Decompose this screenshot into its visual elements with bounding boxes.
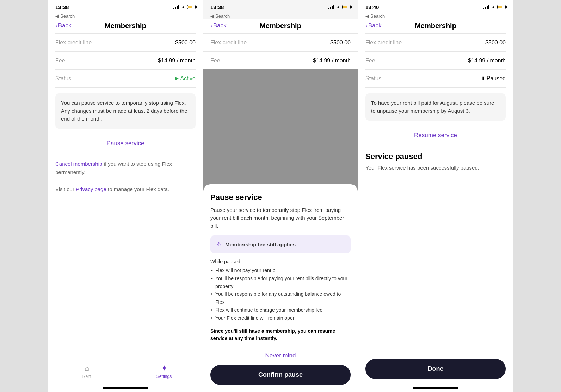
status-icons-1: ▲ [173,5,196,10]
status-active-badge-1: Active [175,75,196,82]
info-row-fee-1: Fee $14.99 / month [48,52,203,69]
divider-3d [365,87,506,88]
status-bar-3: 13:40 ▲ [358,0,513,13]
screen-3: 13:40 ▲ ◀ Search ‹ B [358,0,513,392]
status-time-1: 13:38 [55,4,69,10]
warning-triangle-icon-2: ⚠ [216,240,222,248]
settings-icon-1: ✦ [161,364,167,373]
page-header-2: ‹ Back Membership [203,19,358,33]
resume-service-link-3[interactable]: Resume service [358,126,513,145]
back-button-3[interactable]: ‹ Back [365,22,381,29]
never-mind-link-2[interactable]: Never mind [210,348,351,363]
page-title-2: Membership [260,22,301,30]
privacy-prefix-1: Visit our [55,186,76,192]
nav-search-label-3: Search [370,13,385,19]
bullet-item: You'll be responsible for paying your re… [210,275,351,290]
page-header-1: ‹ Back Membership [48,19,203,33]
home-icon-1: ⌂ [85,364,89,373]
status-time-2: 13:38 [210,4,224,10]
nav-search-1: ◀ Search [48,13,203,19]
page-header-3: ‹ Back Membership [358,19,513,33]
cancel-membership-link-1[interactable]: Cancel membership [55,161,102,167]
confirm-pause-button-2[interactable]: Confirm pause [210,365,351,385]
info-row-fee-3: Fee $14.99 / month [358,52,513,69]
status-paused-text-3: Paused [487,75,506,82]
info-row-fee-2: Fee $14.99 / month [203,52,358,69]
fee-value-1: $14.99 / month [158,57,196,64]
tab-rent-label-1: Rent [82,374,91,379]
status-bar-1: 13:38 ▲ [48,0,203,13]
paused-info-box-3: To have your rent bill paid for August, … [365,93,506,121]
info-row-status-3: Status ⏸ Paused [358,70,513,87]
paused-info-text-3: To have your rent bill paid for August, … [371,100,494,114]
wifi-icon-1: ▲ [181,5,185,10]
modal-sheet-2: Pause service Pause your service to temp… [203,184,358,392]
nav-search-2: ◀ Search [203,13,358,19]
bottom-links-1: Cancel membership if you want to stop us… [48,153,203,197]
done-button-3[interactable]: Done [365,359,506,379]
tab-settings-label-1: Settings [156,374,172,379]
signal-icon-3 [483,5,489,9]
status-time-3: 13:40 [365,4,379,10]
screen-2: 13:38 ▲ ◀ Search ‹ Back [203,0,358,392]
pause-icon-3: ⏸ [480,76,485,81]
info-row-credit-1: Flex credit line $500.00 [48,34,203,51]
modal-bold-text-2: Since you'll still have a membership, yo… [210,327,351,342]
screens-container: 13:38 ▲ ◀ Search ‹ B [0,0,561,392]
privacy-link-1[interactable]: Privacy page [76,186,106,192]
tab-bar-1: ⌂ Rent ✦ Settings [48,361,203,386]
back-label-1: Back [58,22,72,29]
status-bar-2: 13:38 ▲ [203,0,358,13]
back-button-1[interactable]: ‹ Back [55,22,71,29]
wifi-icon-3: ▲ [491,5,495,10]
modal-title-2: Pause service [210,193,351,202]
battery-icon-1 [187,5,196,9]
bullet-item: Flex will not pay your rent bill [210,267,351,274]
signal-icon-2 [328,5,334,9]
service-paused-title-3: Service paused [365,152,506,161]
page-title-1: Membership [105,22,146,30]
screen-1: 13:38 ▲ ◀ Search ‹ B [48,0,203,392]
credit-label-1: Flex credit line [55,39,92,46]
home-indicator-1 [103,387,148,389]
privacy-para: Visit our Privacy page to manage your Fl… [55,185,196,194]
back-button-2[interactable]: ‹ Back [210,22,226,29]
privacy-suffix-1: to manage your Flex data. [108,186,169,192]
info-box-text-1: You can pause service to temporarily sto… [61,100,187,122]
nav-search-label-1: Search [60,13,75,19]
service-paused-section-3: Service paused Your Flex service has bee… [358,145,513,172]
info-row-credit-2: Flex credit line $500.00 [203,34,358,51]
credit-value-1: $500.00 [175,39,196,46]
warning-text-2: Membership fee still applies [225,241,296,247]
battery-icon-2 [342,5,351,9]
tab-rent-1[interactable]: ⌂ Rent [48,364,125,379]
page-title-3: Membership [415,22,456,30]
modal-description-2: Pause your service to temporarily stop F… [210,206,351,230]
status-label-1: Status [55,75,71,82]
battery-icon-3 [497,5,506,9]
warning-box-2: ⚠ Membership fee still applies [210,235,351,253]
status-paused-badge-3: ⏸ Paused [480,75,506,82]
divider-1d [55,87,196,88]
home-indicator-3 [413,387,458,389]
status-active-text-1: Active [180,75,196,82]
info-box-1: You can pause service to temporarily sto… [55,93,196,129]
active-dot-icon-1 [175,77,179,80]
info-row-status-1: Status Active [48,70,203,87]
nav-search-3: ◀ Search [358,13,513,19]
pause-service-link-1[interactable]: Pause service [48,134,203,153]
bullet-item: You'll be responsible for any outstandin… [210,290,351,306]
tab-settings-1[interactable]: ✦ Settings [125,364,203,379]
fee-label-1: Fee [55,57,65,64]
status-icons-3: ▲ [483,5,506,10]
info-row-credit-3: Flex credit line $500.00 [358,34,513,51]
back-chevron-icon-1: ‹ [55,22,57,29]
bullet-item: Your Flex credit line will remain open [210,314,351,322]
while-paused-label: While paused: [210,259,351,264]
bullet-list-2: Flex will not pay your rent bill You'll … [210,267,351,322]
bullet-item: Flex will continue to charge your member… [210,306,351,314]
signal-icon-1 [173,5,179,9]
wifi-icon-2: ▲ [336,5,340,10]
service-paused-desc-3: Your Flex service has been successfully … [365,164,506,172]
nav-search-label-2: Search [215,13,230,19]
